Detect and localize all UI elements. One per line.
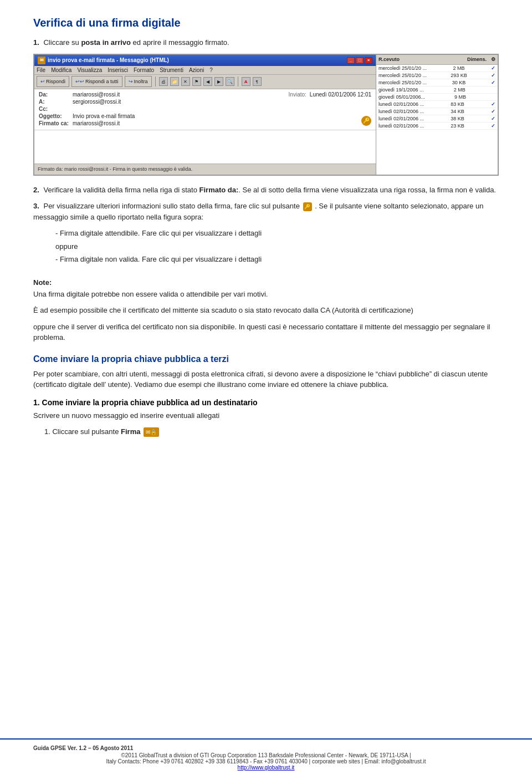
list-item[interactable]: lunedì 02/01/2006 ... 34 KB ✓	[376, 108, 498, 115]
file-name: giovedì 05/01/2006...	[378, 94, 425, 100]
email-titlebar: ✉ invio prova e-mail firmata - Messaggio…	[34, 55, 376, 66]
section2-heading: Come inviare la propria chiave pubblica …	[33, 354, 499, 364]
menu-file[interactable]: File	[37, 67, 45, 73]
next-icon[interactable]: ▶	[214, 77, 223, 86]
screenshot-box: ✉ invio prova e-mail firmata - Messaggio…	[33, 54, 499, 176]
step1-paragraph: 1. Cliccare su posta in arrivo ed aprire…	[33, 37, 499, 48]
font-color-icon[interactable]: A	[242, 77, 250, 86]
step3-item3: - Firma digitale non valida. Fare clic q…	[55, 254, 499, 265]
email-body	[34, 130, 376, 164]
menu-insert[interactable]: Inserisci	[108, 67, 128, 73]
toolbar-sep1	[155, 77, 156, 86]
file-list-col-icon: ⚙	[491, 57, 495, 62]
file-check: ✓	[491, 101, 495, 107]
menu-format[interactable]: Formato	[134, 67, 154, 73]
list-item[interactable]: lunedì 02/01/2006 ... 23 KB ✓	[376, 123, 498, 130]
note-line2: È ad esempio possibile che il certificat…	[33, 305, 499, 316]
close-button[interactable]: ×	[365, 57, 372, 64]
file-list-items: mercoledì 25/01/20 ... 2 MB ✓ mercoledì …	[376, 65, 498, 175]
find-icon[interactable]: 🔍	[226, 77, 234, 86]
menu-actions[interactable]: Azioni	[189, 67, 204, 73]
page-container: Verifica di una firma digitale 1. Clicca…	[0, 0, 532, 775]
step2-paragraph: 2. Verificare la validità della firma ne…	[33, 185, 499, 196]
file-list-panel: R.cevuto Dimens. ⚙ mercoledì 25/01/20 ..…	[376, 55, 498, 175]
file-name: mercoledì 25/01/20 ...	[378, 80, 427, 85]
reply-button[interactable]: ↩ Rispondi	[37, 76, 69, 87]
print-icon[interactable]: 🖨	[159, 77, 168, 86]
file-check: ✓	[491, 65, 495, 71]
forward-icon: ↪	[129, 79, 133, 84]
header-row-cc: Cc:	[39, 106, 371, 112]
header-oggetto-value: Invio prova e-mail firmata	[73, 113, 135, 119]
format-icon[interactable]: ¶	[253, 77, 262, 86]
signature-btn-icon: 🔑	[303, 202, 312, 211]
header-a-value: sergiorossi@rossi.it	[73, 99, 121, 105]
file-size: 34 KB	[451, 109, 464, 114]
header-row-oggetto: Oggetto: Invio prova e-mail firmata	[39, 113, 371, 119]
subsection1-description: Scrivere un nuovo messaggio ed inserire …	[33, 410, 499, 421]
minimize-button[interactable]: _	[347, 57, 355, 64]
header-oggetto-label: Oggetto:	[39, 113, 69, 119]
list-item[interactable]: giovedì 19/1/2006 ... 2 MB	[376, 86, 498, 94]
subsection1-step1-text: Cliccare sul pulsante	[52, 427, 121, 436]
step3-item1: - Firma digitale attendibile. Fare clic …	[55, 228, 499, 239]
file-list-col-size: Dimens.	[467, 57, 487, 62]
list-item[interactable]: mercoledì 25/01/20 ... 30 KB ✓	[376, 79, 498, 86]
email-icon: ✉	[38, 57, 45, 64]
statusbar-text: Firmato da: mario rossi@rossi.it - Firma…	[38, 166, 192, 172]
list-item[interactable]: giovedì 05/01/2006... 9 MB	[376, 94, 498, 101]
footer-website-link[interactable]: http://www.globaltrust.it	[238, 764, 295, 771]
menu-view[interactable]: Visualizza	[77, 67, 102, 73]
note-line3: oppure che il server di verifica del cer…	[33, 322, 499, 343]
subsection1-step1-bold: Firma	[121, 427, 140, 436]
section2-description: Per poter scambiare, con altri utenti, m…	[33, 369, 499, 390]
reply-all-icon: ↩↩	[75, 79, 84, 84]
header-cc-label: Cc:	[39, 106, 69, 112]
subsection1-step1-num: 1.	[44, 427, 52, 436]
footer-copyright-text: ©2011 GlobalTrust a division of GTI Grou…	[121, 752, 411, 758]
file-name: mercoledì 25/01/20 ...	[378, 65, 427, 71]
step1-bold: posta in arrivo	[81, 38, 131, 47]
list-item[interactable]: lunedì 02/01/2006 ... 38 KB ✓	[376, 115, 498, 123]
file-check: ✓	[491, 73, 495, 78]
reply-all-button[interactable]: ↩↩ Rispondi a tutti	[71, 76, 122, 87]
forward-button[interactable]: ↪ Inoltra	[125, 76, 152, 87]
step1-text2: ed aprire il messaggio firmato.	[131, 38, 229, 47]
header-da-label: Da:	[39, 91, 69, 98]
email-statusbar: Firmato da: mario rossi@rossi.it - Firma…	[34, 164, 376, 175]
delete-icon[interactable]: ✕	[181, 77, 190, 86]
footer-contacts: Italy Contacts: Phone +39 0761 402802 +3…	[33, 758, 499, 764]
prev-icon[interactable]: ◀	[203, 77, 212, 86]
header-inviato-label: Inviato:	[289, 91, 306, 98]
footer-contacts-text: Italy Contacts: Phone +39 0761 402802 +3…	[106, 758, 426, 764]
file-name: lunedì 02/01/2006 ...	[378, 101, 424, 107]
step3-item2: oppure	[55, 241, 499, 252]
file-list-header: R.cevuto Dimens. ⚙	[376, 55, 498, 65]
file-size: 83 KB	[451, 101, 464, 107]
maximize-button[interactable]: □	[356, 57, 364, 64]
footer-website: http://www.globaltrust.it	[33, 764, 499, 771]
subsection1-number: 1.	[33, 398, 40, 407]
file-size: 2 MB	[453, 65, 465, 71]
list-item[interactable]: lunedì 02/01/2006 ... 83 KB ✓	[376, 101, 498, 108]
subsection1-heading: 1. Come inviare la propria chiave pubbli…	[33, 398, 499, 407]
page-title: Verifica di una firma digitale	[33, 17, 499, 29]
note-section: Note: Una firma digitale potrebbe non es…	[33, 278, 499, 343]
header-da-value: mariarossi@rossi.it	[73, 91, 120, 98]
file-check: ✓	[491, 116, 495, 121]
list-item[interactable]: mercoledì 25/01/20 ... 2 MB ✓	[376, 65, 498, 72]
file-size: 2 MB	[454, 87, 466, 93]
flag-icon[interactable]: ⚑	[192, 77, 201, 86]
file-name: lunedì 02/01/2006 ...	[378, 109, 424, 114]
screenshot-inner: ✉ invio prova e-mail firmata - Messaggio…	[34, 55, 498, 175]
file-list-col-name: R.cevuto	[378, 57, 400, 62]
subsection1-heading-text: Come inviare la propria chiave pubblica …	[42, 398, 258, 407]
step2-number: 2.	[33, 186, 39, 194]
menu-help[interactable]: ?	[209, 67, 213, 73]
move-icon[interactable]: 📁	[170, 77, 179, 86]
step1-number: 1.	[33, 38, 39, 47]
menu-tools[interactable]: Strumenti	[160, 67, 183, 73]
list-item[interactable]: mercoledì 25/01/20 ... 293 KB ✓	[376, 72, 498, 79]
header-inviato-value: Lunedì 02/01/2006 12:01	[310, 91, 371, 98]
menu-edit[interactable]: Modifica	[51, 67, 71, 73]
